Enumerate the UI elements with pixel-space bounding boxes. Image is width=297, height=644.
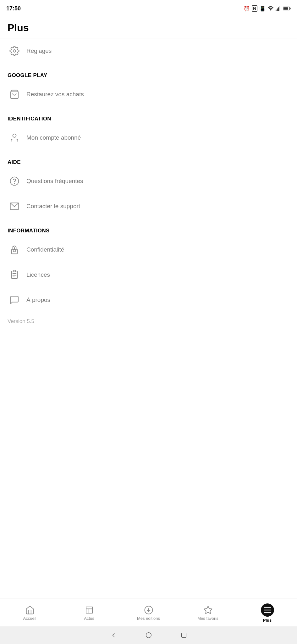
home-button[interactable] [144, 630, 154, 640]
svg-marker-22 [204, 606, 212, 614]
account-label: Mon compte abonné [26, 134, 81, 141]
nav-mes-favoris-label: Mes favoris [197, 616, 218, 621]
nfc-icon: N [252, 5, 257, 12]
privacy-label: Confidentialité [26, 246, 64, 253]
version-text: Version 5.5 [0, 313, 297, 330]
nav-accueil-label: Accueil [23, 616, 36, 621]
signal-icon [276, 6, 281, 11]
menu-icon [261, 603, 274, 617]
reglages-label: Réglages [26, 47, 52, 54]
svg-rect-5 [290, 8, 291, 9]
newspaper-icon [85, 605, 94, 615]
faq-label: Questions fréquentes [26, 178, 83, 185]
aide-header: AIDE [0, 150, 297, 169]
download-circle-icon [144, 605, 153, 615]
nav-mes-favoris[interactable]: Mes favoris [178, 598, 238, 626]
bottom-nav: Accueil Actus Mes éditions Mes favoris [0, 598, 297, 626]
faq-item[interactable]: Questions fréquentes [0, 169, 297, 194]
account-item[interactable]: Mon compte abonné [0, 125, 297, 150]
google-play-header: GOOGLE PLAY [0, 64, 297, 82]
status-icons: ⏰ N 📳 [244, 5, 291, 12]
nav-plus[interactable]: Plus [238, 598, 297, 626]
question-icon [8, 174, 21, 188]
svg-rect-27 [181, 633, 186, 638]
home-bar [0, 626, 297, 644]
svg-rect-2 [278, 7, 279, 11]
nav-mes-editions-label: Mes éditions [137, 616, 160, 621]
about-item[interactable]: À propos [0, 287, 297, 313]
page-title-section: Plus [0, 16, 297, 38]
identification-header: IDENTIFICATION [0, 107, 297, 125]
gear-icon [8, 44, 21, 58]
reglages-item[interactable]: Réglages [0, 38, 297, 64]
lock-icon [8, 243, 21, 257]
restore-label: Restaurez vos achats [26, 91, 84, 98]
alarm-icon: ⏰ [244, 6, 250, 12]
user-icon [8, 131, 21, 145]
about-label: À propos [26, 297, 50, 303]
svg-rect-0 [276, 10, 277, 11]
wifi-icon [267, 6, 274, 11]
status-time: 17:50 [6, 5, 21, 12]
licenses-item[interactable]: Licences [0, 262, 297, 287]
mail-icon [8, 199, 21, 213]
chat-icon [8, 293, 21, 307]
recents-button[interactable] [179, 630, 189, 640]
vibrate-icon: 📳 [259, 6, 266, 12]
nav-accueil[interactable]: Accueil [0, 598, 59, 626]
licenses-label: Licences [26, 271, 50, 278]
svg-point-26 [146, 633, 151, 638]
nav-mes-editions[interactable]: Mes éditions [119, 598, 178, 626]
svg-rect-6 [283, 7, 288, 10]
home-icon [25, 605, 35, 615]
nav-actus[interactable]: Actus [59, 598, 119, 626]
star-icon [203, 605, 213, 615]
svg-point-10 [10, 177, 19, 186]
page-title: Plus [8, 22, 289, 34]
privacy-item[interactable]: Confidentialité [0, 237, 297, 262]
support-label: Contacter le support [26, 203, 80, 210]
back-button[interactable] [108, 630, 118, 640]
informations-header: INFORMATIONS [0, 219, 297, 237]
nav-actus-label: Actus [84, 616, 94, 621]
bag-icon [8, 87, 21, 101]
svg-point-9 [13, 134, 16, 137]
status-bar: 17:50 ⏰ N 📳 [0, 0, 297, 16]
svg-rect-3 [279, 6, 280, 11]
menu-content: Réglages GOOGLE PLAY Restaurez vos achat… [0, 38, 297, 598]
support-item[interactable]: Contacter le support [0, 194, 297, 219]
svg-point-13 [13, 249, 16, 252]
nav-plus-label: Plus [263, 618, 272, 623]
svg-rect-1 [277, 8, 278, 11]
battery-icon [283, 6, 291, 11]
svg-point-7 [13, 50, 16, 52]
clipboard-icon [8, 268, 21, 282]
restore-item[interactable]: Restaurez vos achats [0, 82, 297, 107]
